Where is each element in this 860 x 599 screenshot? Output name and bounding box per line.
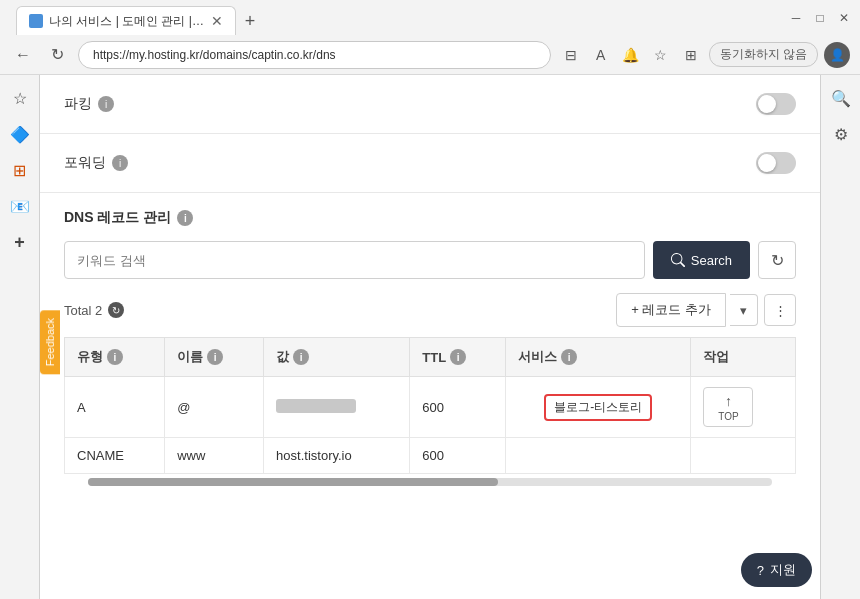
search-input[interactable] [64, 241, 645, 279]
support-button[interactable]: ? 지원 [741, 553, 812, 587]
split-view-icon[interactable]: ⊟ [559, 43, 583, 67]
minimize-button[interactable]: ─ [788, 10, 804, 26]
feedback-tab[interactable]: Feedback [40, 310, 60, 374]
settings-right-icon[interactable]: ⚙ [826, 119, 856, 149]
top-button-label: TOP [718, 411, 738, 422]
row2-value: host.tistory.io [264, 438, 410, 474]
address-input[interactable]: https://my.hosting.kr/domains/captin.co.… [78, 41, 551, 69]
active-tab[interactable]: 나의 서비스 | 도메인 관리 | 상세 ✕ [16, 6, 236, 36]
outlook-sidebar-icon[interactable]: 📧 [5, 191, 35, 221]
forwarding-info-icon[interactable]: i [112, 155, 128, 171]
tab-favicon [29, 14, 43, 28]
col-ttl: TTL i [410, 338, 506, 377]
reload-button[interactable]: ↻ [44, 42, 70, 68]
forwarding-text: 포워딩 [64, 154, 106, 172]
parking-text: 파킹 [64, 95, 92, 113]
parking-section: 파킹 i [40, 75, 820, 134]
forwarding-section: 포워딩 i [40, 134, 820, 193]
table-row: A @ 600 블로그-티스토리 [65, 377, 796, 438]
font-icon[interactable]: A [589, 43, 613, 67]
refresh-button[interactable]: ↻ [758, 241, 796, 279]
col-name: 이름 i [165, 338, 264, 377]
col-action: 작업 [691, 338, 796, 377]
search-button[interactable]: Search [653, 241, 750, 279]
total-count: Total 2 ↻ [64, 302, 124, 318]
row1-type: A [65, 377, 165, 438]
tab-title: 나의 서비스 | 도메인 관리 | 상세 [49, 13, 205, 30]
tab-close-button[interactable]: ✕ [211, 13, 223, 29]
blurred-value [276, 399, 356, 413]
support-area: ? 지원 [741, 553, 812, 587]
address-bar: ← ↻ https://my.hosting.kr/domains/captin… [0, 35, 860, 75]
total-refresh-icon[interactable]: ↻ [108, 302, 124, 318]
toolbar-icons: ⊟ A 🔔 ☆ ⊞ 동기화하지 않음 👤 [559, 42, 850, 68]
row2-name: www [165, 438, 264, 474]
ttl-info-icon[interactable]: i [450, 349, 466, 365]
service-info-icon[interactable]: i [561, 349, 577, 365]
row1-ttl: 600 [410, 377, 506, 438]
service-badge: 블로그-티스토리 [544, 394, 652, 421]
page-content: 파킹 i 포워딩 i DNS 레코드 관리 [40, 75, 820, 599]
col-service: 서비스 i [506, 338, 691, 377]
search-right-icon[interactable]: 🔍 [826, 83, 856, 113]
row2-type: CNAME [65, 438, 165, 474]
row1-action: ↑ TOP [691, 377, 796, 438]
search-icon [671, 253, 685, 267]
search-button-label: Search [691, 253, 732, 268]
top-arrow-icon: ↑ [725, 393, 732, 409]
right-sidebar: 🔍 ⚙ [820, 75, 860, 599]
add-record-group: + 레코드 추가 ▾ [616, 293, 758, 327]
support-icon: ? [757, 563, 764, 578]
collections-sidebar-icon[interactable]: 🔷 [5, 119, 35, 149]
more-options-button[interactable]: ⋮ [764, 294, 796, 326]
collections-icon[interactable]: ⊞ [679, 43, 703, 67]
dns-title-text: DNS 레코드 관리 [64, 209, 171, 227]
back-button[interactable]: ← [10, 42, 36, 68]
office-sidebar-icon[interactable]: ⊞ [5, 155, 35, 185]
parking-toggle-knob [758, 95, 776, 113]
forwarding-toggle-knob [758, 154, 776, 172]
table-row: CNAME www host.tistory.io 600 [65, 438, 796, 474]
dns-table: 유형 i 이름 i [64, 337, 796, 474]
row1-name: @ [165, 377, 264, 438]
forwarding-toggle[interactable] [756, 152, 796, 174]
add-record-button[interactable]: + 레코드 추가 [616, 293, 726, 327]
dns-title: DNS 레코드 관리 i [64, 209, 796, 227]
row2-service [506, 438, 691, 474]
parking-toggle[interactable] [756, 93, 796, 115]
favorites-sidebar-icon[interactable]: ☆ [5, 83, 35, 113]
close-button[interactable]: ✕ [836, 10, 852, 26]
horizontal-scrollbar[interactable] [88, 478, 772, 486]
type-info-icon[interactable]: i [107, 349, 123, 365]
parking-info-icon[interactable]: i [98, 96, 114, 112]
maximize-button[interactable]: □ [812, 10, 828, 26]
name-info-icon[interactable]: i [207, 349, 223, 365]
row2-ttl: 600 [410, 438, 506, 474]
table-controls: Total 2 ↻ + 레코드 추가 ▾ ⋮ [64, 293, 796, 327]
favorites-icon[interactable]: ☆ [649, 43, 673, 67]
row1-service: 블로그-티스토리 [506, 377, 691, 438]
forwarding-label: 포워딩 i [64, 154, 128, 172]
support-label: 지원 [770, 561, 796, 579]
browser-sidebar: ☆ 🔷 ⊞ 📧 + [0, 75, 40, 599]
dns-info-icon[interactable]: i [177, 210, 193, 226]
new-tab-button[interactable]: + [236, 8, 264, 36]
window-controls: ─ □ ✕ [788, 10, 852, 26]
add-sidebar-icon[interactable]: + [5, 227, 35, 257]
add-record-dropdown-button[interactable]: ▾ [730, 294, 758, 326]
title-bar: 나의 서비스 | 도메인 관리 | 상세 ✕ + ─ □ ✕ [0, 0, 860, 35]
dns-section: DNS 레코드 관리 i Search ↻ [40, 193, 820, 490]
parking-label: 파킹 i [64, 95, 114, 113]
sync-button[interactable]: 동기화하지 않음 [709, 42, 818, 67]
row1-value [264, 377, 410, 438]
value-info-icon[interactable]: i [293, 349, 309, 365]
search-bar: Search ↻ [64, 241, 796, 279]
update-icon[interactable]: 🔔 [619, 43, 643, 67]
col-type: 유형 i [65, 338, 165, 377]
row2-action [691, 438, 796, 474]
profile-button[interactable]: 👤 [824, 42, 850, 68]
total-count-text: Total 2 [64, 303, 102, 318]
col-value: 값 i [264, 338, 410, 377]
scrollbar-thumb [88, 478, 498, 486]
top-button[interactable]: ↑ TOP [703, 387, 753, 427]
